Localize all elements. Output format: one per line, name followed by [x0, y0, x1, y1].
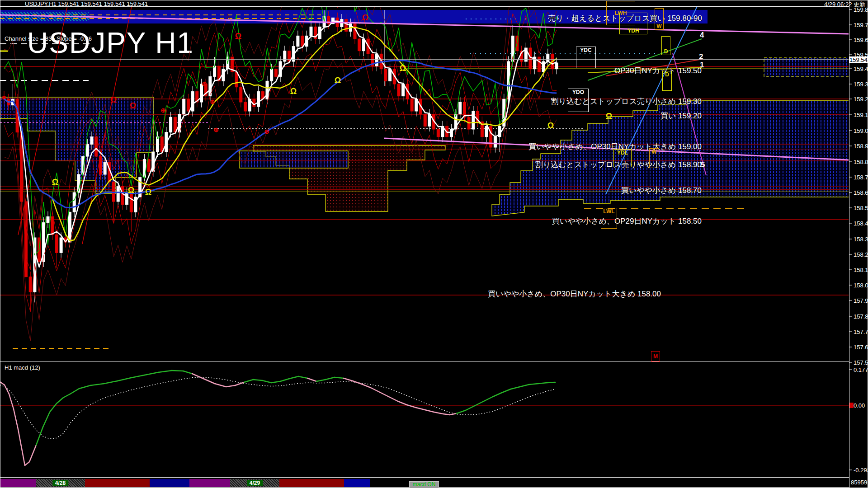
- macd-line-segment: [466, 406, 475, 410]
- candle: [121, 181, 124, 210]
- chart-line: [0, 15, 849, 34]
- timeline-segment[interactable]: 4/29: [230, 479, 279, 487]
- omega-marker: Ω: [145, 188, 151, 197]
- macd-line-segment: [29, 445, 36, 462]
- timeline-segment[interactable]: [85, 479, 150, 487]
- macd-line-segment: [50, 404, 57, 412]
- timeline-segment[interactable]: [189, 479, 230, 487]
- omega-marker: Ω: [128, 186, 134, 195]
- candle: [520, 46, 523, 67]
- macd-line-segment: [335, 377, 344, 378]
- macd-line-segment: [450, 413, 457, 415]
- candle: [139, 172, 142, 202]
- macd-line-segment: [529, 384, 538, 385]
- timeline-segment[interactable]: [279, 479, 344, 487]
- date-label: 4/29: [247, 480, 263, 486]
- timeline-segment[interactable]: [0, 479, 36, 487]
- candle: [533, 52, 536, 74]
- macd-line-segment: [307, 378, 316, 381]
- ichimoku-cloud: [492, 100, 849, 216]
- omega-marker: Ω: [235, 32, 241, 41]
- candle: [42, 217, 45, 267]
- macd-line-segment: [63, 394, 70, 398]
- macd-line-segment: [425, 410, 434, 412]
- candle: [463, 97, 466, 122]
- candle: [362, 33, 365, 56]
- omega-marker: Ω: [400, 64, 406, 73]
- candle: [231, 52, 233, 77]
- macd-line-segment: [502, 389, 511, 393]
- target-marker: ⊕: [160, 107, 166, 114]
- candle: [494, 131, 496, 153]
- candle: [73, 187, 75, 217]
- candle: [170, 112, 172, 138]
- timeline-segment[interactable]: [370, 479, 849, 487]
- main-chart-panel: ΩΩΩΩΩΩΩΩΩΩΩΩ⊕⊕⊕⊕⊕: [0, 0, 849, 348]
- macd-line-segment: [362, 384, 371, 388]
- ichimoku-cloud: [764, 58, 849, 77]
- macd-line-segment: [203, 379, 215, 384]
- macd-line-segment: [215, 384, 226, 387]
- candle: [55, 230, 58, 268]
- candle: [196, 86, 198, 108]
- candle: [441, 121, 444, 142]
- candle: [459, 97, 462, 119]
- macd-line-segment: [172, 371, 183, 371]
- candle: [240, 82, 242, 108]
- timeline-segment[interactable]: [344, 479, 370, 487]
- macd-line-segment: [131, 375, 145, 378]
- candle: [547, 49, 549, 67]
- candle: [134, 192, 137, 217]
- macd-line-segment: [511, 387, 520, 389]
- macd-line-segment: [326, 377, 335, 380]
- candle: [217, 61, 220, 86]
- candle: [472, 106, 475, 134]
- macd-line-segment: [298, 376, 307, 378]
- macd-line-segment: [280, 379, 289, 381]
- candle: [279, 56, 282, 82]
- candle: [248, 94, 251, 117]
- target-marker: ⊕: [210, 98, 215, 105]
- candle: [261, 86, 264, 104]
- macd-line-segment: [158, 371, 172, 372]
- timeline-segment[interactable]: [150, 479, 189, 487]
- candle: [476, 106, 479, 127]
- macd-toggle-button[interactable]: macd ON: [409, 481, 439, 488]
- macd-line-segment: [380, 392, 389, 397]
- macd-line-segment: [371, 388, 380, 392]
- candle: [524, 42, 527, 66]
- candle: [266, 76, 269, 104]
- macd-line-segment: [226, 385, 235, 387]
- candle: [244, 97, 247, 116]
- macd-line-segment: [398, 401, 407, 405]
- macd-line-segment: [57, 398, 63, 404]
- candle: [301, 31, 304, 52]
- chart-line: [606, 59, 702, 76]
- chart-line: [588, 67, 702, 73]
- macd-line-segment: [271, 381, 280, 383]
- omega-marker: Ω: [606, 112, 612, 121]
- candle: [389, 64, 392, 86]
- candle: [47, 211, 49, 228]
- indicator-line: [0, 377, 555, 439]
- macd-line-segment: [25, 462, 29, 465]
- macd-line-segment: [5, 385, 9, 394]
- date-label: 4/28: [52, 480, 68, 486]
- target-marker: ⊕: [213, 126, 219, 133]
- macd-line-segment: [520, 385, 529, 387]
- macd-line-segment: [14, 409, 18, 429]
- candle: [310, 22, 312, 41]
- macd-line-segment: [70, 389, 79, 394]
- chart-canvas: ΩΩΩΩΩΩΩΩΩΩΩΩ⊕⊕⊕⊕⊕: [0, 0, 868, 488]
- candle: [29, 272, 32, 310]
- macd-line-segment: [434, 412, 443, 414]
- macd-line-segment: [9, 394, 14, 409]
- macd-line-segment: [253, 380, 262, 380]
- omega-marker: Ω: [130, 101, 136, 110]
- target-marker: ⊕: [202, 80, 207, 87]
- timeline-segment[interactable]: 4/28: [36, 479, 85, 487]
- target-marker: ⊕: [264, 128, 269, 135]
- candle: [538, 52, 540, 77]
- omega-marker: Ω: [110, 95, 117, 104]
- candle: [446, 121, 448, 147]
